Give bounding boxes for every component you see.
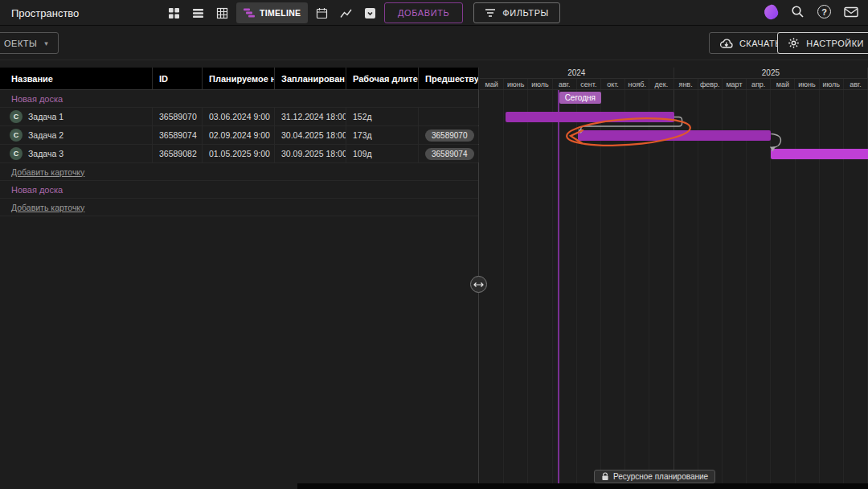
list-icon (192, 7, 204, 19)
assignee-avatar: C (10, 110, 23, 123)
task-id-cell: 36589074 (153, 126, 203, 144)
month-label: май (480, 79, 504, 89)
month-label: июнь (504, 79, 528, 89)
month-label: февр. (698, 79, 723, 89)
timeline-icon (244, 8, 255, 18)
task-name: Задача 3 (28, 149, 63, 158)
task-name-cell: CЗадача 3 (0, 145, 153, 162)
group-row[interactable]: Новая доска (0, 90, 478, 108)
month-gridline (600, 90, 601, 483)
add-button[interactable]: ДОБАВИТЬ (384, 2, 463, 23)
month-label: авг. (844, 79, 868, 89)
filter-icon (485, 8, 496, 18)
column-header-4: Рабочая длите… (346, 68, 419, 89)
table-grid-icon (216, 7, 228, 19)
table-view-button[interactable] (212, 3, 232, 23)
month-label: июль (528, 79, 552, 89)
topbar: Пространство TIMELINE (0, 0, 868, 26)
task-id-cell: 36589070 (153, 108, 203, 125)
line-chart-icon (340, 7, 352, 19)
column-header-0: Название (0, 68, 153, 89)
add-card-link[interactable]: Добавить карточку (11, 203, 84, 212)
timeline-label: TIMELINE (260, 8, 301, 18)
filters-button[interactable]: ФИЛЬТРЫ (473, 2, 560, 23)
month-label: нояб. (625, 79, 649, 89)
task-duration-cell: 109д (346, 145, 419, 162)
resource-planning-badge[interactable]: Ресурсное планирование (594, 470, 715, 483)
pane-resize-handle[interactable] (470, 276, 487, 293)
month-gridline (527, 90, 528, 483)
month-gridline (624, 90, 625, 483)
search-icon[interactable] (790, 4, 805, 19)
month-label: авг. (553, 79, 577, 89)
timeline-years: 20242025 (480, 68, 868, 79)
timeline-view-button[interactable]: TIMELINE (236, 2, 308, 23)
task-id-cell: 36589082 (153, 145, 203, 162)
dependency-link (771, 134, 780, 148)
task-start-cell: 01.05.2025 9:00 (203, 145, 275, 162)
chevron-down-icon: ▾ (44, 39, 48, 47)
add-card-row: Добавить карточку (0, 199, 478, 216)
horizontal-scrollbar[interactable] (297, 483, 868, 489)
filters-label: ФИЛЬТРЫ (502, 8, 549, 18)
year-label: 2025 (674, 68, 868, 78)
help-icon[interactable]: ? (817, 5, 831, 18)
task-name: Задача 2 (28, 130, 63, 140)
chart-view-button[interactable] (336, 3, 356, 23)
mail-icon[interactable] (843, 4, 858, 19)
boards-view-button[interactable] (164, 3, 184, 23)
month-label: апр. (747, 79, 771, 89)
month-label: июнь (795, 79, 819, 89)
settings-label: НАСТРОЙКИ (806, 39, 864, 48)
month-label: окт. (601, 79, 625, 89)
app-root: Пространство TIMELINE (0, 0, 868, 489)
today-badge: Сегодня (559, 92, 601, 104)
task-row[interactable]: CЗадача 33658908201.05.2025 9:0030.09.20… (0, 145, 478, 163)
gantt-bar-task-2[interactable] (578, 130, 772, 141)
secondary-toolbar: ОЕКТЫ ▾ СКАЧАТЬ НАСТРОЙКИ (0, 26, 868, 60)
task-end-cell: 30.09.2025 18:00 (275, 145, 346, 162)
today-line (558, 90, 559, 483)
task-row[interactable]: CЗадача 23658907402.09.2024 9:0030.04.20… (0, 126, 478, 145)
month-gridline (674, 90, 674, 483)
column-header-3: Запланирован… (275, 68, 346, 89)
task-predecessor-cell (419, 108, 479, 125)
group-title: Новая доска (11, 94, 63, 104)
task-row[interactable]: CЗадача 13658907003.06.2024 9:0031.12.20… (0, 108, 478, 126)
task-table: НазваниеIDПланируемое н…Запланирован…Раб… (0, 68, 479, 483)
horizontal-resize-icon (473, 281, 484, 288)
add-card-link[interactable]: Добавить карточку (11, 167, 84, 177)
predecessor-badge: 36589074 (425, 148, 474, 160)
month-gridline (722, 90, 723, 483)
list-view-button[interactable] (188, 3, 208, 23)
app-logo-blob[interactable] (763, 3, 779, 20)
table-body: Новая доскаCЗадача 13658907003.06.2024 9… (0, 90, 478, 216)
timeline-months: майиюньиюльавг.сент.окт.нояб.дек.янв.фев… (480, 79, 868, 90)
gantt-bar-task-1[interactable] (506, 112, 674, 122)
task-start-cell: 03.06.2024 9:00 (203, 108, 275, 125)
summary-view-button[interactable] (360, 3, 380, 23)
assignee-avatar: C (10, 147, 23, 160)
column-header-5: Предшествующ… (419, 68, 479, 89)
calendar-icon (316, 7, 328, 19)
group-row[interactable]: Новая доска (0, 181, 478, 199)
settings-button[interactable]: НАСТРОЙКИ (777, 32, 868, 54)
task-predecessor-cell: 36589070 (419, 126, 479, 144)
add-card-row: Добавить карточку (0, 163, 478, 181)
projects-dropdown[interactable]: ОЕКТЫ ▾ (0, 32, 59, 54)
download-label: СКАЧАТЬ (739, 39, 781, 48)
gear-icon (788, 37, 800, 49)
month-label: дек. (649, 79, 674, 89)
predecessor-badge: 36589070 (425, 129, 474, 142)
month-label: май (771, 79, 795, 89)
assignee-avatar: C (10, 129, 23, 142)
task-predecessor-cell: 36589074 (419, 145, 479, 162)
column-header-1: ID (153, 68, 203, 89)
view-switcher: TIMELINE (164, 2, 380, 23)
calendar-view-button[interactable] (312, 3, 332, 23)
topbar-actions: ДОБАВИТЬ ФИЛЬТРЫ (384, 2, 560, 23)
timeline-chart: Сегодня (480, 90, 868, 483)
task-end-cell: 30.04.2025 18:00 (275, 126, 346, 144)
gantt-bar-task-3[interactable] (771, 149, 868, 159)
month-gridline (503, 90, 504, 483)
